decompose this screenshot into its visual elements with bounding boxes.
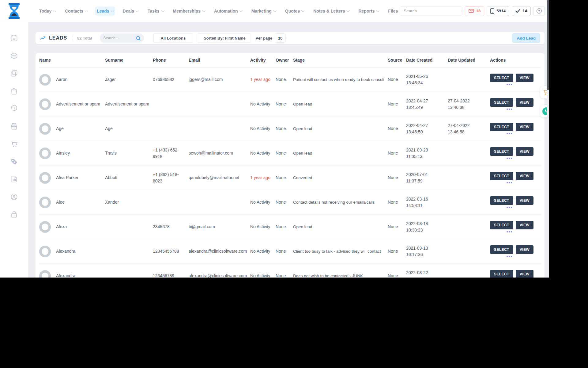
table-row[interactable]: Alexandra 123456789 alexandra@clinicsoft…: [39, 264, 541, 278]
leads-search-input[interactable]: [103, 36, 136, 40]
cube-icon[interactable]: [10, 52, 18, 59]
nav-item-label: Deals: [123, 9, 134, 13]
scrollbar-thumb[interactable]: [547, 0, 549, 90]
select-button[interactable]: SELECT: [490, 221, 513, 229]
avatar: [39, 98, 51, 110]
chevron-down-icon: [202, 9, 205, 12]
search-icon[interactable]: [136, 36, 141, 40]
more-actions-button[interactable]: •••: [490, 84, 529, 86]
history-icon[interactable]: [10, 105, 18, 112]
date-created-cell: 2021-09-29 11:35:13: [406, 147, 448, 159]
table-row[interactable]: Age Age No Activity None Open lead None …: [39, 117, 541, 141]
select-button[interactable]: SELECT: [490, 172, 513, 180]
source-cell: None: [388, 150, 406, 156]
phone-count: 5914: [496, 9, 506, 13]
sort-filter[interactable]: Sorted By: First Name: [198, 33, 251, 43]
more-actions-button[interactable]: •••: [490, 157, 529, 159]
column-header: Date Created: [406, 58, 448, 63]
chevron-down-icon: [376, 9, 379, 12]
phone-badge[interactable]: 5914: [487, 6, 509, 16]
more-actions-button[interactable]: •••: [490, 206, 529, 208]
per-page-input[interactable]: [275, 33, 286, 43]
email-cell: jggers@maill.com: [189, 76, 250, 82]
nav-item-tasks[interactable]: Tasks: [146, 6, 165, 16]
nav-item-memberships[interactable]: Memberships: [171, 6, 206, 16]
column-header: Surname: [105, 58, 153, 63]
stage-cell: Open lead: [293, 150, 388, 156]
action-buttons: SELECT VIEW: [490, 172, 533, 180]
select-button[interactable]: SELECT: [490, 245, 513, 254]
add-lead-button[interactable]: Add Lead: [512, 33, 540, 43]
date-created-cell: 2022-04-27 13:45:49: [406, 98, 448, 110]
view-button[interactable]: VIEW: [516, 172, 533, 180]
main-content: LEADS 82 Total All Locations Sorted By: …: [28, 22, 549, 278]
nav-item-notes-letters[interactable]: Notes & Letters: [311, 6, 351, 16]
activity-cell: No Activity: [250, 150, 276, 156]
actions-cell: SELECT VIEW •••: [490, 144, 541, 162]
select-button[interactable]: SELECT: [490, 123, 513, 131]
nav-item-reports[interactable]: Reports: [356, 6, 380, 16]
nav-item-today[interactable]: Today: [37, 6, 57, 16]
more-actions-button[interactable]: •••: [490, 133, 529, 135]
table-row[interactable]: Aaron Jager 076986532 jggers@maill.com 1…: [39, 67, 541, 92]
nav-item-label: Tasks: [148, 9, 160, 13]
email-cell: alexandra@clinicsoftware.com: [189, 248, 250, 254]
shopping-bag-icon[interactable]: [10, 87, 18, 95]
surname-cell: Advertisement or spam: [105, 101, 153, 107]
table-row[interactable]: Alea Parker Abbott +1 (862) 518-8023 qan…: [39, 166, 541, 190]
view-button[interactable]: VIEW: [516, 74, 533, 82]
view-button[interactable]: VIEW: [516, 98, 533, 107]
price-tag-icon[interactable]: $: [10, 158, 18, 165]
table-row[interactable]: Advertisement or spam Advertisement or s…: [39, 92, 541, 117]
page-title: LEADS: [49, 35, 67, 41]
copy-icon[interactable]: [10, 70, 18, 77]
scrollbar-track[interactable]: [547, 0, 549, 278]
lead-name: Aaron: [56, 76, 67, 82]
view-button[interactable]: VIEW: [516, 221, 533, 229]
table-row[interactable]: Ainsley Travis +1 (433) 652-9918 sewoh@m…: [39, 141, 541, 166]
more-actions-button[interactable]: •••: [490, 255, 529, 257]
view-button[interactable]: VIEW: [516, 147, 533, 156]
select-button[interactable]: SELECT: [490, 196, 513, 205]
view-button[interactable]: VIEW: [516, 245, 533, 254]
mail-badge[interactable]: 13: [465, 6, 484, 16]
location-filter[interactable]: All Locations: [153, 33, 193, 43]
table-row[interactable]: Alexa 2345678 b@gmail.com No Activity No…: [39, 215, 541, 239]
nav-item-files[interactable]: Files: [386, 6, 400, 16]
app-logo-icon[interactable]: [7, 3, 21, 19]
select-button[interactable]: SELECT: [490, 98, 513, 107]
user-circle-icon[interactable]: [10, 193, 18, 201]
date-updated-cell: 27-04-2022 13:46:58: [448, 122, 490, 135]
table-row[interactable]: Alee Xander No Activity None Contact det…: [39, 190, 541, 215]
activity-cell: No Activity: [250, 224, 276, 230]
calendar-icon[interactable]: 12: [10, 34, 18, 42]
cart-icon[interactable]: [10, 140, 18, 148]
report-chart-icon[interactable]: [10, 175, 18, 183]
nav-item-automation[interactable]: Automation: [212, 6, 244, 16]
gift-icon[interactable]: [10, 123, 18, 130]
select-button[interactable]: SELECT: [490, 270, 513, 278]
view-button[interactable]: VIEW: [516, 123, 533, 131]
table-row[interactable]: Alexandra 12345456788 alexandra@clinicso…: [39, 239, 541, 264]
lock-icon[interactable]: [10, 211, 18, 218]
nav-item-quotes[interactable]: Quotes: [283, 6, 306, 16]
more-actions-button[interactable]: •••: [490, 108, 529, 110]
name-cell: Age: [39, 123, 105, 135]
global-search-input[interactable]: [400, 9, 462, 13]
nav-item-contacts[interactable]: Contacts: [63, 6, 89, 16]
stage-cell: Converted: [293, 175, 388, 181]
nav-item-leads[interactable]: Leads: [95, 6, 115, 16]
search-icon[interactable]: [462, 6, 462, 16]
more-actions-button[interactable]: •••: [490, 231, 529, 233]
more-actions-button[interactable]: •••: [490, 182, 529, 184]
tasks-badge[interactable]: 14: [512, 6, 531, 16]
view-button[interactable]: VIEW: [516, 196, 533, 205]
help-button[interactable]: ?: [533, 6, 545, 16]
lead-name: Alea Parker: [56, 174, 78, 181]
view-button[interactable]: VIEW: [516, 270, 533, 278]
nav-item-marketing[interactable]: Marketing: [250, 6, 277, 16]
select-button[interactable]: SELECT: [490, 147, 513, 156]
chevron-down-icon: [161, 9, 164, 12]
nav-item-deals[interactable]: Deals: [121, 6, 140, 16]
select-button[interactable]: SELECT: [490, 74, 513, 82]
